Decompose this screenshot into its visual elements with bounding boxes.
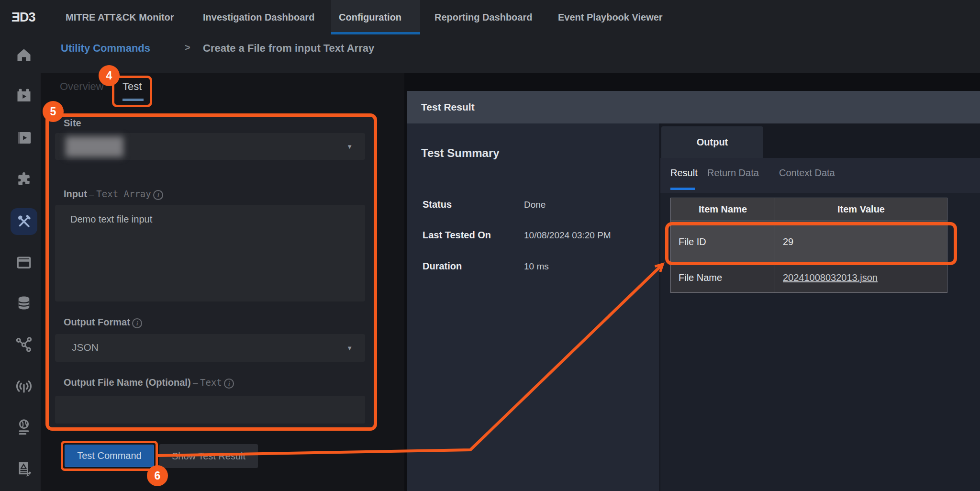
summary-status-label: Status [423, 199, 452, 210]
home-icon[interactable] [15, 46, 33, 64]
output-file-name-label-row: Output File Name (Optional) – Text i [64, 377, 234, 389]
info-icon[interactable]: i [132, 318, 142, 328]
nav-item-investigation-dashboard[interactable]: Investigation Dashboard [203, 0, 314, 34]
file-id-name-cell: File ID [671, 221, 775, 263]
chevron-down-icon: ▼ [346, 345, 353, 352]
summary-status-value: Done [524, 200, 546, 210]
input-type-hint: Text Array [96, 189, 151, 199]
tab-test[interactable]: Test [122, 80, 142, 93]
chevron-down-icon: ▼ [346, 143, 353, 150]
breadcrumb-parent-link[interactable]: Utility Commands [61, 42, 150, 55]
web-globe-icon[interactable] [15, 419, 33, 436]
page-title: Create a File from input Text Array [203, 42, 374, 55]
output-file-name-input[interactable] [55, 396, 365, 424]
playbook-calendar-icon[interactable] [15, 87, 33, 104]
table-row-file-id: File ID 29 [671, 221, 947, 263]
input-label: Input [64, 189, 87, 199]
label-dash: – [193, 378, 198, 388]
table-row-file-name: File Name 20241008032013.json [671, 263, 947, 293]
output-format-label: Output Format [64, 317, 130, 327]
file-id-value-cell: 29 [775, 221, 947, 263]
summary-last-tested-label: Last Tested On [423, 230, 491, 241]
calendar-icon[interactable] [15, 254, 33, 271]
network-share-icon[interactable] [15, 336, 33, 353]
utility-commands-active-item[interactable] [11, 208, 37, 235]
d3-logo: ƎD3 [11, 0, 35, 34]
result-table: Item Name Item Value File ID 29 File Nam… [670, 198, 947, 293]
col-header-item-value: Item Value [775, 198, 947, 221]
nav-item-mitre-attack-monitor[interactable]: MITRE ATT&CK Monitor [66, 0, 174, 34]
output-file-name-label: Output File Name (Optional) [64, 377, 191, 388]
page: ƎD3 MITRE ATT&CK Monitor Investigation D… [0, 0, 980, 491]
output-format-label-row: Output Format i [64, 317, 142, 328]
tools-icon [16, 213, 32, 230]
nav-item-event-playbook-viewer[interactable]: Event Playbook Viewer [558, 0, 663, 34]
input-label-row: Input – Text Array i [64, 189, 163, 200]
subtab-return-data[interactable]: Return Data [707, 167, 759, 179]
test-result-header-band [407, 91, 980, 123]
site-label: Site [64, 118, 81, 129]
top-navbar: ƎD3 MITRE ATT&CK Monitor Investigation D… [0, 0, 980, 34]
breadcrumb-separator: > [185, 42, 190, 53]
site-value-redacted [66, 136, 123, 157]
tab-output[interactable]: Output [661, 126, 763, 158]
input-textarea-value: Demo text file input [70, 214, 152, 225]
label-dash: – [89, 189, 94, 199]
test-summary-panel [407, 123, 659, 491]
output-format-value: JSON [72, 342, 99, 353]
summary-duration-label: Duration [423, 261, 462, 272]
file-download-link[interactable]: 20241008032013.json [783, 272, 878, 283]
nav-item-configuration[interactable]: Configuration [339, 0, 401, 34]
integrations-puzzle-icon[interactable] [15, 171, 33, 188]
database-icon[interactable] [15, 294, 33, 312]
test-command-button[interactable]: Test Command [65, 445, 154, 467]
subtab-context-data[interactable]: Context Data [779, 167, 835, 179]
show-test-result-button[interactable]: Show Test Result [159, 444, 258, 468]
summary-last-tested-value: 10/08/2024 03:20 PM [524, 230, 611, 241]
incident-report-icon[interactable] [15, 460, 33, 478]
test-summary-title: Test Summary [421, 146, 500, 160]
broadcast-icon[interactable] [15, 378, 33, 395]
nav-item-reporting-dashboard[interactable]: Reporting Dashboard [434, 0, 532, 34]
file-name-value-cell: 20241008032013.json [775, 263, 947, 293]
info-icon[interactable]: i [153, 190, 163, 200]
video-library-icon[interactable] [15, 129, 33, 146]
col-header-item-name: Item Name [671, 198, 775, 221]
tab-test-underline [122, 99, 144, 101]
output-file-name-type-hint: Text [200, 377, 222, 388]
subtab-result-underline [670, 188, 695, 190]
table-header-row: Item Name Item Value [671, 198, 947, 221]
summary-duration-value: 10 ms [524, 261, 549, 272]
file-name-name-cell: File Name [671, 263, 775, 293]
output-format-select[interactable]: ▼ [55, 334, 365, 362]
tab-overview[interactable]: Overview [60, 80, 104, 93]
test-result-title: Test Result [421, 91, 475, 123]
subtab-result[interactable]: Result [670, 167, 698, 179]
info-icon[interactable]: i [224, 379, 234, 389]
